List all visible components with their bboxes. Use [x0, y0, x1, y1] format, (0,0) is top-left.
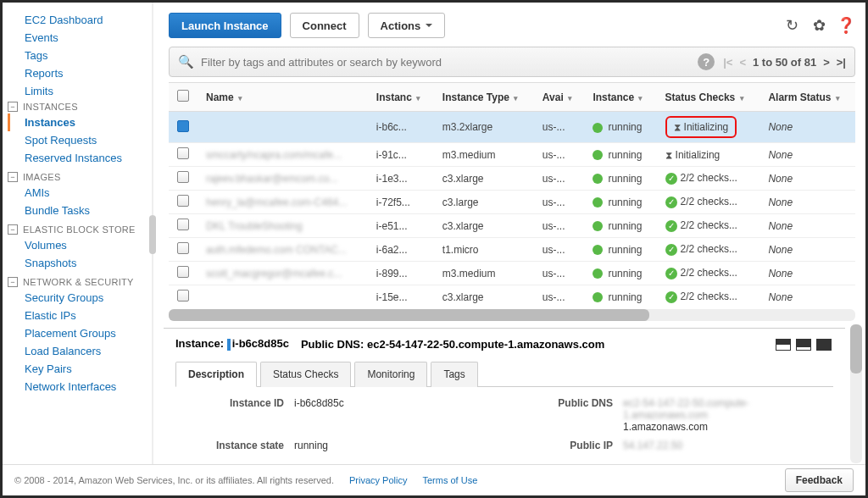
sidebar-section-head[interactable]: −IMAGES [8, 170, 147, 184]
cell-instance-type: c3.large [434, 191, 534, 214]
page-last[interactable]: >| [837, 56, 846, 69]
cell-name: henry_la@mcafee.com-C464... [198, 191, 368, 214]
cell-name: smccarty/ncapra.com/mcafe... [198, 143, 368, 167]
kv-row: Public DNSec2-54-147-22-50.compute-1.ama… [504, 397, 833, 433]
sidebar-item[interactable]: Tags [8, 47, 147, 64]
select-all-checkbox[interactable] [177, 90, 189, 102]
sidebar-section-head[interactable]: −NETWORK & SECURITY [8, 275, 147, 289]
gear-icon[interactable]: ✿ [810, 16, 828, 35]
sidebar-item[interactable]: EC2 Dashboard [8, 11, 147, 29]
row-checkbox[interactable] [177, 171, 189, 183]
connect-button[interactable]: Connect [290, 13, 359, 38]
sidebar-item[interactable]: Security Groups [8, 289, 147, 307]
sidebar-item[interactable]: Spot Requests [8, 131, 147, 149]
help-icon[interactable]: ❓ [837, 16, 855, 35]
check-ok-icon: ✓ [665, 244, 677, 256]
sidebar-item[interactable]: Network Interfaces [8, 378, 147, 396]
cell-name: rajeev.bhaskar@emcom.co... [198, 167, 368, 191]
cell-instance-id: i-6a2... [368, 238, 434, 262]
cell-state: running [584, 262, 656, 285]
filter-help-icon[interactable]: ? [698, 53, 715, 70]
sidebar-resize-handle[interactable] [147, 3, 159, 467]
table-row[interactable]: i-15e...c3.xlargeus-...running✓2/2 check… [169, 285, 855, 307]
row-checkbox[interactable] [177, 195, 189, 207]
page-first[interactable]: |< [723, 56, 732, 69]
cell-instance-type: c3.xlarge [434, 167, 534, 191]
cell-status-checks: ✓2/2 checks... [657, 214, 760, 238]
tab-tags[interactable]: Tags [431, 362, 477, 387]
kv-value: running [294, 440, 504, 451]
cell-alarm: None [760, 167, 855, 191]
instances-table: Name ▾Instanc ▾Instance Type ▾Avai ▾Inst… [169, 83, 855, 306]
tab-description[interactable]: Description [175, 362, 257, 387]
table-row[interactable]: i-b6c...m3.2xlargeus-...running⧗Initiali… [169, 112, 855, 143]
sidebar-item[interactable]: AMIs [8, 184, 147, 202]
column-header[interactable]: Instance ▾ [584, 83, 656, 112]
cell-instance-type: m3.medium [434, 143, 534, 167]
column-header[interactable]: Avai ▾ [534, 83, 585, 112]
sidebar-section-head[interactable]: −INSTANCES [8, 100, 147, 113]
actions-button[interactable]: Actions [368, 13, 446, 38]
sidebar-item[interactable]: Elastic IPs [8, 307, 147, 324]
page-prev[interactable]: < [739, 56, 746, 69]
detail-instance-label: Instance: [175, 337, 224, 350]
sidebar-item[interactable]: Instances [8, 113, 147, 131]
column-header[interactable]: Instance Type ▾ [434, 83, 534, 112]
kv-key: Instance state [175, 440, 294, 451]
sidebar-item[interactable]: Bundle Tasks [8, 202, 147, 219]
sidebar-item[interactable]: Volumes [8, 236, 147, 254]
filter-bar: 🔍 ? |< < 1 to 50 of 81 > >| [169, 47, 855, 77]
table-row[interactable]: rajeev.bhaskar@emcom.co...i-1e3...c3.xla… [169, 167, 855, 191]
cell-state: running [584, 214, 656, 238]
feedback-button[interactable]: Feedback [785, 468, 854, 492]
horizontal-scrollbar[interactable] [169, 309, 855, 321]
row-checkbox[interactable] [177, 266, 189, 278]
sidebar-item[interactable]: Key Pairs [8, 360, 147, 378]
terms-link[interactable]: Terms of Use [422, 475, 477, 485]
tab-monitoring[interactable]: Monitoring [354, 362, 427, 387]
refresh-icon[interactable]: ↻ [782, 16, 801, 35]
cell-instance-id: i-b6c... [368, 112, 434, 143]
footer: © 2008 - 2014, Amazon Web Services, Inc.… [3, 464, 865, 495]
sidebar-section-head[interactable]: −ELASTIC BLOCK STORE [8, 223, 147, 236]
sidebar-item[interactable]: Reports [8, 64, 147, 82]
launch-instance-button[interactable]: Launch Instance [169, 13, 281, 38]
cell-alarm: None [760, 112, 855, 143]
sidebar-item[interactable]: Snapshots [8, 254, 147, 272]
table-row[interactable]: scott_macgregor@mcafee.c...i-899...m3.me… [169, 262, 855, 285]
table-row[interactable]: auth.mfedemo.com CONTAC...i-6a2...t1.mic… [169, 238, 855, 262]
sidebar-item[interactable]: Reserved Instances [8, 149, 147, 167]
column-header[interactable]: Name ▾ [198, 83, 368, 112]
table-row[interactable]: henry_la@mcafee.com-C464...i-72f5...c3.l… [169, 191, 855, 214]
tab-status-checks[interactable]: Status Checks [260, 362, 351, 387]
instances-table-wrap: Name ▾Instanc ▾Instance Type ▾Avai ▾Inst… [169, 82, 855, 306]
row-checkbox[interactable] [177, 120, 189, 132]
row-checkbox[interactable] [177, 147, 189, 159]
column-header[interactable]: Alarm Status ▾ [760, 83, 855, 112]
sidebar-item[interactable]: Limits [8, 82, 147, 100]
state-dot-icon [593, 221, 603, 231]
table-row[interactable]: smccarty/ncapra.com/mcafe...i-91c...m3.m… [169, 143, 855, 167]
table-row[interactable]: DKL TroubleShootingi-e51...c3.xlargeus-.… [169, 214, 855, 238]
layout-toggle[interactable] [776, 339, 832, 351]
cell-status-checks: ✓2/2 checks... [657, 238, 760, 262]
sidebar-item[interactable]: Events [8, 29, 147, 47]
column-header[interactable] [169, 83, 198, 112]
vertical-scrollbar[interactable] [850, 324, 862, 463]
filter-input[interactable] [201, 56, 698, 69]
cell-name: DKL TroubleShooting [198, 214, 368, 238]
cell-alarm: None [760, 285, 855, 307]
row-checkbox[interactable] [177, 242, 189, 254]
cell-instance-id: i-e51... [368, 214, 434, 238]
column-header[interactable]: Instanc ▾ [368, 83, 434, 112]
row-checkbox[interactable] [177, 290, 189, 302]
page-next[interactable]: > [823, 56, 830, 69]
privacy-link[interactable]: Privacy Policy [349, 475, 407, 485]
kv-value: ec2-54-147-22-50.compute-1.amazonaws.com… [623, 397, 833, 433]
row-checkbox[interactable] [177, 219, 189, 230]
check-ok-icon: ✓ [665, 220, 677, 232]
sidebar-item[interactable]: Load Balancers [8, 342, 147, 360]
sidebar-item[interactable]: Placement Groups [8, 324, 147, 342]
check-ok-icon: ✓ [665, 268, 677, 279]
column-header[interactable]: Status Checks ▾ [657, 83, 760, 112]
